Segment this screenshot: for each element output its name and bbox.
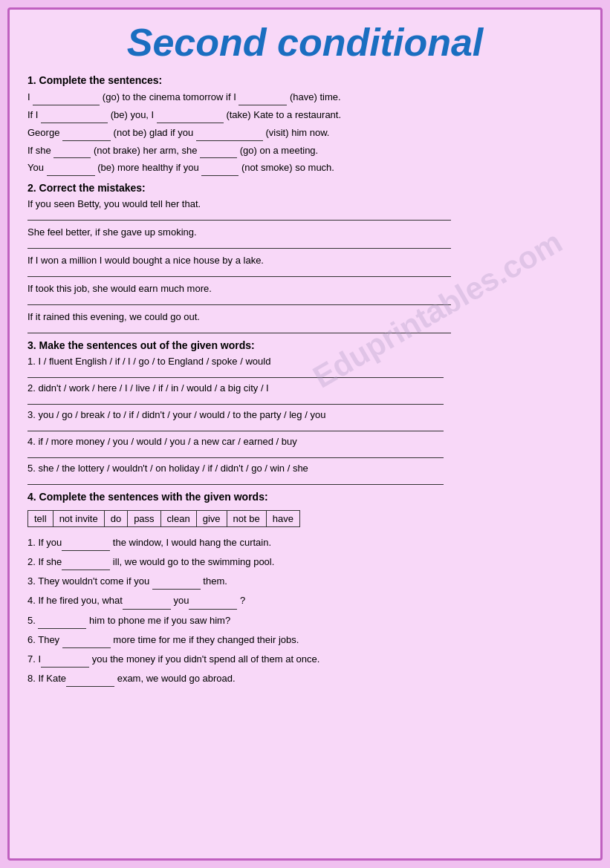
complete-7: 7. I you the money if you didn't spend a… bbox=[27, 651, 583, 668]
correction-2: She feel better, if she gave up smoking. bbox=[27, 226, 583, 249]
complete-8: 8. If Kate exam, we would go abroad. bbox=[27, 670, 583, 687]
scramble-4: 4. if / more money / you / would / you /… bbox=[27, 436, 583, 458]
page-title: Second conditional bbox=[27, 22, 583, 64]
correction-1: If you seen Betty, you would tell her th… bbox=[27, 198, 583, 221]
complete-4: 4. If he fired you, what you ? bbox=[27, 593, 583, 609]
word-tell: tell bbox=[28, 511, 53, 526]
sentence-1-4: If she (not brake) her arm, she (go) on … bbox=[27, 143, 583, 159]
section1-title: 1. Complete the sentences: bbox=[27, 74, 583, 86]
complete-5: 5. him to phone me if you saw him? bbox=[27, 613, 583, 629]
complete-3: 3. They wouldn't come if you them. bbox=[27, 573, 583, 590]
section2-title: 2. Correct the mistakes: bbox=[27, 182, 583, 194]
complete-2: 2. If she ill, we would go to the swimmi… bbox=[27, 554, 583, 570]
page: Eduprintables.com Second conditional 1. … bbox=[7, 7, 603, 861]
word-not-invite: not invite bbox=[53, 511, 105, 526]
section3-title: 3. Make the sentences out of the given w… bbox=[27, 339, 583, 351]
correction-5: If it rained this evening, we could go o… bbox=[27, 311, 583, 333]
complete-6: 6. They more time for me if they changed… bbox=[27, 632, 583, 648]
word-clean: clean bbox=[161, 511, 197, 526]
word-pass: pass bbox=[128, 511, 160, 526]
word-do: do bbox=[105, 511, 128, 526]
scramble-5: 5. she / the lottery / wouldn't / on hol… bbox=[27, 463, 583, 485]
sentence-1-1: I (go) to the cinema tomorrow if I (have… bbox=[27, 90, 583, 105]
sentence-1-5: You (be) more healthy if you (not smoke)… bbox=[27, 160, 583, 176]
scramble-3: 3. you / go / break / to / if / didn't /… bbox=[27, 409, 583, 431]
correction-3: If I won a million I would bought a nice… bbox=[27, 255, 583, 277]
complete-1: 1. If you the window, I would hang the c… bbox=[27, 535, 583, 551]
sentence-1-2: If I (be) you, I (take) Kate to a restau… bbox=[27, 108, 583, 123]
word-give: give bbox=[197, 511, 227, 526]
sentence-1-3: George (not be) glad if you (visit) him … bbox=[27, 125, 583, 141]
section4-title: 4. Complete the sentences with the given… bbox=[27, 491, 583, 503]
scramble-2: 2. didn't / work / here / I / live / if … bbox=[27, 382, 583, 405]
correction-4: If took this job, she would earn much mo… bbox=[27, 283, 583, 305]
word-not-be: not be bbox=[227, 511, 267, 526]
word-box: tell not invite do pass clean give not b… bbox=[27, 510, 300, 527]
word-have: have bbox=[267, 511, 299, 526]
scramble-1: 1. I / fluent English / if / I / go / to… bbox=[27, 356, 583, 378]
